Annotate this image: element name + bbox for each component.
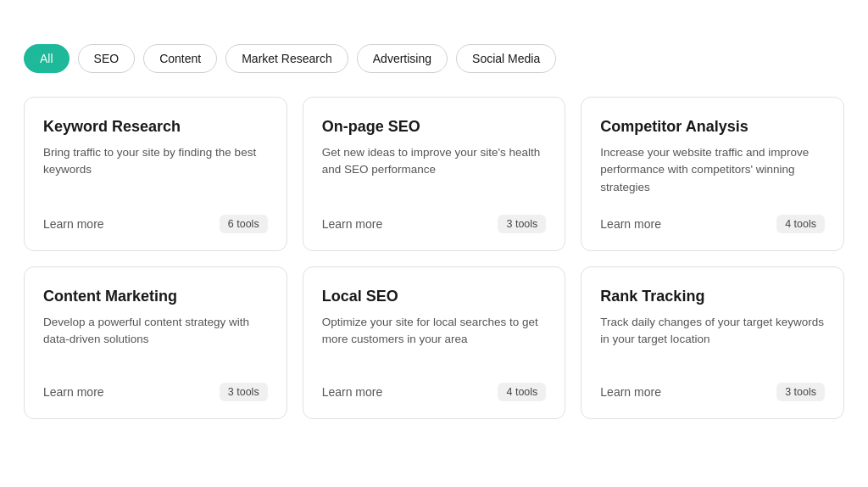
- card-title-keyword-research: Keyword Research: [43, 118, 268, 136]
- filter-tab-social-media[interactable]: Social Media: [456, 44, 556, 73]
- cards-grid: Keyword ResearchBring traffic to your si…: [24, 97, 844, 419]
- learn-more-keyword-research[interactable]: Learn more: [43, 217, 104, 231]
- card-title-content-marketing: Content Marketing: [43, 288, 268, 305]
- card-title-rank-tracking: Rank Tracking: [600, 288, 825, 305]
- learn-more-rank-tracking[interactable]: Learn more: [600, 385, 661, 399]
- card-title-local-seo: Local SEO: [322, 288, 547, 305]
- card-title-competitor-analysis: Competitor Analysis: [600, 118, 825, 136]
- learn-more-local-seo[interactable]: Learn more: [322, 385, 383, 399]
- card-description-keyword-research: Bring traffic to your site by finding th…: [43, 144, 268, 196]
- learn-more-competitor-analysis[interactable]: Learn more: [600, 217, 661, 231]
- filter-tabs: AllSEOContentMarket ResearchAdvertisingS…: [24, 44, 844, 73]
- tools-badge-content-marketing: 3 tools: [220, 383, 268, 401]
- filter-tab-content[interactable]: Content: [143, 44, 217, 73]
- card-description-rank-tracking: Track daily changes of your target keywo…: [600, 314, 825, 364]
- card-footer-rank-tracking: Learn more3 tools: [600, 383, 825, 401]
- card-rank-tracking[interactable]: Rank TrackingTrack daily changes of your…: [581, 266, 844, 419]
- filter-tab-market-research[interactable]: Market Research: [225, 44, 348, 73]
- card-on-page-seo[interactable]: On-page SEOGet new ideas to improve your…: [303, 97, 566, 251]
- card-footer-content-marketing: Learn more3 tools: [43, 383, 268, 401]
- learn-more-on-page-seo[interactable]: Learn more: [322, 217, 383, 231]
- tools-badge-on-page-seo: 3 tools: [498, 215, 546, 233]
- card-local-seo[interactable]: Local SEOOptimize your site for local se…: [303, 266, 566, 419]
- tools-badge-keyword-research: 6 tools: [220, 215, 268, 233]
- card-competitor-analysis[interactable]: Competitor AnalysisIncrease your website…: [581, 97, 844, 251]
- card-description-local-seo: Optimize your site for local searches to…: [322, 314, 547, 364]
- tools-badge-local-seo: 4 tools: [498, 383, 546, 401]
- learn-more-content-marketing[interactable]: Learn more: [43, 385, 104, 399]
- card-description-on-page-seo: Get new ideas to improve your site's hea…: [322, 144, 547, 196]
- tools-badge-rank-tracking: 3 tools: [776, 383, 825, 401]
- tools-badge-competitor-analysis: 4 tools: [776, 215, 825, 233]
- filter-tab-seo[interactable]: SEO: [78, 44, 136, 73]
- card-footer-on-page-seo: Learn more3 tools: [322, 215, 547, 233]
- filter-tab-all[interactable]: All: [24, 44, 70, 73]
- card-description-competitor-analysis: Increase your website traffic and improv…: [600, 144, 825, 196]
- card-description-content-marketing: Develop a powerful content strategy with…: [43, 314, 268, 364]
- card-keyword-research[interactable]: Keyword ResearchBring traffic to your si…: [24, 97, 287, 251]
- card-title-on-page-seo: On-page SEO: [322, 118, 547, 136]
- card-footer-local-seo: Learn more4 tools: [322, 383, 547, 401]
- card-footer-competitor-analysis: Learn more4 tools: [600, 215, 825, 233]
- card-footer-keyword-research: Learn more6 tools: [43, 215, 268, 233]
- card-content-marketing[interactable]: Content MarketingDevelop a powerful cont…: [24, 266, 287, 419]
- filter-tab-advertising[interactable]: Advertising: [357, 44, 448, 73]
